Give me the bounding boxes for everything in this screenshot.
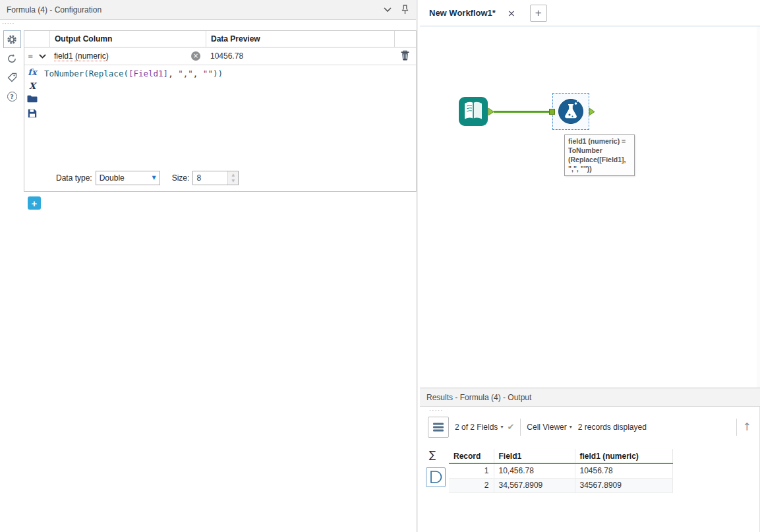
results-panel: Results - Formula (4) - Output ····· 2 o… <box>420 388 760 532</box>
workspace-area: New Workflow1* × + <box>420 0 760 532</box>
field1-numeric-cell[interactable]: 34567.8909 <box>575 478 672 492</box>
fields-dropdown[interactable]: 2 of 2 Fields ▾ ✔ <box>455 422 514 432</box>
field1-cell[interactable]: 34,567.8909 <box>494 478 575 492</box>
expression-separator-token: , <box>193 69 203 78</box>
expression-row: ≡ field1 (numeric) × 10456.78 <box>24 47 416 65</box>
expression-string-token: "" <box>203 69 213 78</box>
expression-close-token: )) <box>213 69 223 78</box>
column-header-field1[interactable]: Field1 <box>494 449 575 463</box>
size-label: Size: <box>172 173 190 183</box>
tab-new-workflow1[interactable]: New Workflow1* × <box>420 0 525 26</box>
results-data-table: Record Field1 field1 (numeric) 1 10,456.… <box>449 449 673 493</box>
connection-line[interactable] <box>494 111 552 113</box>
row-handle-cell: ≡ <box>24 51 49 61</box>
apply-check-icon[interactable]: ✔ <box>507 422 514 432</box>
workflow-canvas[interactable]: field1 (numeric) = ToNumber (Replace([Fi… <box>420 26 760 388</box>
output-column-header: Output Column <box>49 31 206 47</box>
configuration-panel: Formula (4) - Configuration ····· <box>0 0 418 532</box>
expression-field-token: [Field1] <box>129 69 168 78</box>
clear-field-icon[interactable]: × <box>191 51 200 61</box>
data-type-dropdown[interactable]: Double ▼ <box>96 171 160 185</box>
row-expand-chevron-icon[interactable] <box>39 51 46 61</box>
chevron-down-icon: ▾ <box>570 424 572 430</box>
formula-tool-selected[interactable] <box>552 93 589 130</box>
metadata-sigma-icon[interactable]: ∑ <box>429 449 436 461</box>
close-tab-icon[interactable]: × <box>508 8 515 18</box>
alteryx-designer-window: Formula (4) - Configuration ····· <box>0 0 760 532</box>
panel-drag-dots[interactable]: ····· <box>0 20 24 29</box>
column-header-record[interactable]: Record <box>449 449 494 463</box>
expression-grid-header: Output Column Data Preview <box>24 31 416 47</box>
data-type-label: Data type: <box>56 173 92 183</box>
results-drag-dots[interactable]: ····· <box>429 407 444 414</box>
row-layout-icon[interactable] <box>428 417 449 438</box>
data-type-row: Data type: Double ▼ Size: ▲ ▼ <box>24 164 416 191</box>
grid-header-handle-column <box>24 31 49 47</box>
data-preview-value: 10456.78 <box>206 51 394 61</box>
results-panel-title: Results - Formula (4) - Output <box>426 393 531 402</box>
annotation-line: ",", "")) <box>568 165 631 174</box>
cell-viewer-dropdown[interactable]: Cell Viewer ▾ <box>527 423 571 432</box>
fields-dropdown-label: 2 of 2 Fields <box>455 423 498 432</box>
output-anchor-icon[interactable] <box>488 107 494 118</box>
annotation-tag-icon[interactable] <box>3 69 21 86</box>
results-table-header-row: Record Field1 field1 (numeric) <box>449 449 672 463</box>
output-field-cell[interactable]: field1 (numeric) × <box>49 51 206 61</box>
save-icon[interactable] <box>28 109 37 120</box>
size-input[interactable] <box>193 171 227 185</box>
new-workflow-tab-button[interactable]: + <box>530 5 547 22</box>
expression-grid: Output Column Data Preview ≡ field1 (n <box>24 30 417 192</box>
data-preview-header: Data Preview <box>206 31 394 47</box>
size-stepper[interactable]: ▲ ▼ <box>227 171 238 185</box>
add-expression-button[interactable]: + <box>28 196 41 210</box>
workflow-tab-title: New Workflow1* <box>429 8 496 18</box>
cell-viewer-label: Cell Viewer <box>527 423 566 432</box>
scroll-up-icon[interactable]: ↑ <box>743 421 751 433</box>
data-type-value: Double <box>100 173 152 183</box>
trash-icon <box>400 50 410 63</box>
record-cell[interactable]: 1 <box>449 463 494 478</box>
expression-editor[interactable]: ToNumber(Replace([Field1], ",", "")) <box>40 65 416 164</box>
delete-expression-button[interactable] <box>394 50 416 63</box>
records-displayed-label: 2 records displayed <box>578 423 647 432</box>
expression-string-token: "," <box>178 69 193 78</box>
output-anchor-icon[interactable] <box>589 107 595 118</box>
dropdown-caret-icon: ▼ <box>152 175 156 181</box>
tool-annotation[interactable]: field1 (numeric) = ToNumber (Replace([Fi… <box>564 134 635 176</box>
size-field-wrapper: ▲ ▼ <box>192 171 239 185</box>
stepper-down-icon[interactable]: ▼ <box>232 178 235 183</box>
workflow-tab-bar: New Workflow1* × + <box>420 0 760 26</box>
pin-icon[interactable] <box>401 5 409 15</box>
annotation-line: field1 (numeric) = <box>568 137 631 146</box>
refresh-icon[interactable] <box>3 49 21 67</box>
output-anchor-d-icon[interactable] <box>426 467 446 487</box>
gear-icon[interactable] <box>3 30 21 48</box>
text-input-tool[interactable] <box>458 96 488 127</box>
row-drag-handle-icon[interactable]: ≡ <box>28 53 33 60</box>
output-field-name[interactable]: field1 (numeric) <box>54 51 191 61</box>
stepper-up-icon[interactable]: ▲ <box>232 172 235 177</box>
folder-icon[interactable] <box>27 95 38 105</box>
results-toolbar: 2 of 2 Fields ▾ ✔ Cell Viewer ▾ 2 record… <box>428 416 751 438</box>
field1-cell[interactable]: 10,456.78 <box>494 463 575 478</box>
grid-header-trash-column <box>394 31 416 47</box>
input-anchor-icon[interactable] <box>549 109 555 115</box>
functions-fx-icon[interactable]: fx <box>28 67 36 77</box>
results-panel-body: ····· 2 of 2 Fields ▾ ✔ Cell Viewer ▾ <box>420 407 760 532</box>
toolbar-separator <box>520 419 521 436</box>
expression-function-token: ToNumber(Replace( <box>44 69 129 78</box>
annotation-line: (Replace([Field1], <box>568 156 631 165</box>
chevron-down-icon: ▾ <box>500 424 503 430</box>
configuration-panel-title: Formula (4) - Configuration <box>7 5 374 15</box>
formula-configuration-main: Output Column Data Preview ≡ field1 (n <box>24 30 417 210</box>
record-cell[interactable]: 2 <box>449 478 494 492</box>
field1-numeric-cell[interactable]: 10456.78 <box>575 463 672 478</box>
column-header-field1-numeric[interactable]: field1 (numeric) <box>575 449 672 463</box>
help-icon[interactable]: ? <box>3 88 21 105</box>
configuration-panel-header: Formula (4) - Configuration <box>0 0 416 20</box>
results-panel-header: Results - Formula (4) - Output <box>420 388 760 407</box>
collapse-chevron-icon[interactable] <box>384 7 392 13</box>
variables-x-icon[interactable]: X <box>29 81 36 91</box>
configuration-panel-body: ····· ? Output Column <box>0 20 416 531</box>
expression-separator-token: , <box>168 69 178 78</box>
